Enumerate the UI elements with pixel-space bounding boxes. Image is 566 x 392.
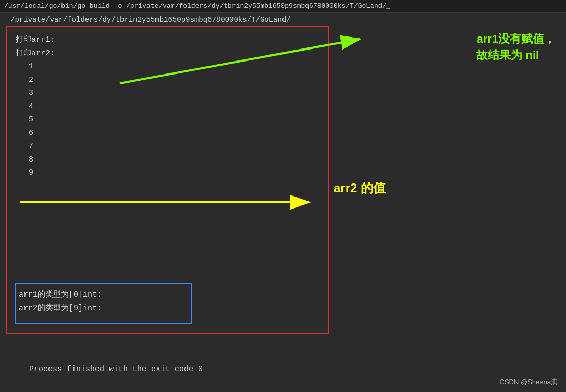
yellow-arrow-icon: [15, 187, 327, 218]
yellow-annotation: arr2 的值: [334, 180, 386, 197]
type-line-1: arr2的类型为[9]int:: [19, 302, 102, 315]
type-line-0: arr1的类型为[0]int:: [19, 288, 102, 302]
yellow-annotation-text: arr2 的值: [334, 181, 386, 195]
terminal-window: /usr/local/go/bin/go build -o /private/v…: [0, 0, 566, 392]
type-output-area: arr1的类型为[0]int: arr2的类型为[9]int:: [15, 288, 102, 315]
green-arrow-icon: [104, 31, 375, 94]
output-line-7: 6: [10, 127, 556, 140]
green-annotation-text: arr1没有赋值，故结果为 nil: [476, 32, 556, 62]
output-line-5: 4: [10, 100, 556, 114]
terminal-top-bar: /usr/local/go/bin/go build -o /private/v…: [0, 0, 566, 13]
green-annotation: arr1没有赋值，故结果为 nil: [476, 31, 556, 64]
svg-line-1: [120, 39, 360, 83]
output-line-9: 8: [10, 153, 556, 167]
output-line-8: 7: [10, 140, 556, 153]
footer-text: Process finished with the exit code 0: [10, 356, 203, 383]
top-bar-text: /usr/local/go/bin/go build -o /private/v…: [4, 2, 390, 10]
output-line-10: 9: [10, 166, 556, 180]
watermark: CSDN @Sheena淇: [500, 377, 558, 387]
path-line: /private/var/folders/dy/tbrin2y55mb1650p…: [10, 16, 556, 24]
output-line-6: 5: [10, 113, 556, 127]
